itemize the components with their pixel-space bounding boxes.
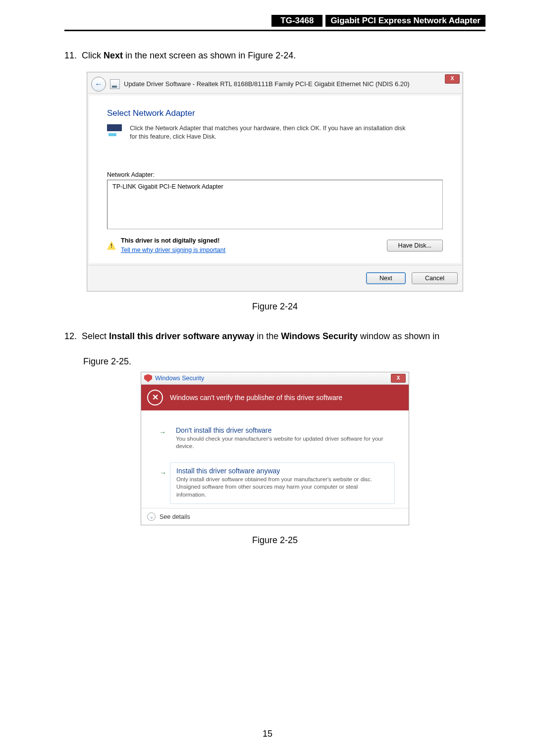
- page-number: 15: [0, 729, 535, 739]
- step-11-text-a: Click: [82, 50, 104, 60]
- error-icon: ✕: [147, 390, 163, 405]
- dialog-footer: Next Cancel: [87, 265, 463, 291]
- list-label: Network Adapter:: [107, 171, 443, 178]
- dialog-body: Select Network Adapter Click the Network…: [89, 96, 461, 263]
- dont-install-option[interactable]: → Don't install this driver software You…: [170, 422, 395, 459]
- installer-icon: [110, 79, 120, 89]
- dialog-title-text: Update Driver Software - Realtek RTL 816…: [124, 80, 410, 88]
- dialog-description: Click the Network Adapter that matches y…: [130, 124, 407, 142]
- list-item[interactable]: TP-LINK Gigabit PCI-E Network Adapter: [112, 183, 223, 190]
- step-11-text-c: in the next screen as shown in Figure 2-…: [123, 50, 296, 60]
- see-details-row[interactable]: ⌄ See details: [141, 508, 409, 525]
- security-title-text: Windows Security: [155, 375, 204, 382]
- warning-icon: [107, 241, 116, 250]
- close-button[interactable]: X: [445, 74, 460, 84]
- security-body: → Don't install this driver software You…: [141, 410, 409, 508]
- step-12-line2: Figure 2-25.: [83, 352, 485, 372]
- arrow-right-icon: →: [159, 428, 166, 436]
- product-title: Gigabit PCI Express Network Adapter: [325, 15, 485, 27]
- see-details-label: See details: [160, 513, 190, 520]
- figure-2-25-caption: Figure 2-25: [64, 535, 485, 546]
- windows-security-dialog: Windows Security X ✕ Windows can't verif…: [141, 372, 409, 526]
- dont-install-desc: You should check your manufacturer's web…: [176, 435, 389, 451]
- dialog-titlebar: ← Update Driver Software - Realtek RTL 8…: [87, 72, 463, 94]
- step-12-bold2: Windows Security: [281, 331, 358, 341]
- back-button[interactable]: ←: [91, 77, 106, 92]
- page-header: TG-3468Gigabit PCI Express Network Adapt…: [64, 15, 485, 31]
- warning-text: This driver is not digitally signed! Tel…: [121, 237, 225, 254]
- security-titlebar: Windows Security X: [141, 372, 409, 385]
- warning-bold: This driver is not digitally signed!: [121, 237, 225, 244]
- next-button[interactable]: Next: [366, 272, 406, 284]
- network-adapter-listbox[interactable]: TP-LINK Gigabit PCI-E Network Adapter: [107, 180, 443, 229]
- figure-2-24-caption: Figure 2-24: [64, 302, 485, 312]
- step-12: 12. Select Install this driver software …: [64, 327, 485, 347]
- install-anyway-option[interactable]: → Install this driver software anyway On…: [170, 462, 395, 504]
- model-badge: TG-3468: [271, 15, 322, 27]
- step-12-text-a: Select: [82, 331, 109, 341]
- chevron-down-icon: ⌄: [147, 512, 156, 521]
- step-11-bold: Next: [104, 50, 123, 60]
- arrow-left-icon: ←: [95, 80, 103, 89]
- arrow-right-icon: →: [160, 469, 166, 477]
- network-adapter-icon: [107, 124, 123, 136]
- dont-install-title: Don't install this driver software: [176, 426, 389, 434]
- step-12-number: 12.: [64, 331, 77, 341]
- warning-link[interactable]: Tell me why driver signing is important: [121, 247, 225, 253]
- step-11: 11. Click Next in the next screen as sho…: [64, 46, 485, 66]
- update-driver-dialog: X ← Update Driver Software - Realtek RTL…: [87, 72, 463, 292]
- install-anyway-title: Install this driver software anyway: [176, 467, 388, 475]
- security-banner: ✕ Windows can't verify the publisher of …: [141, 385, 409, 410]
- step-11-number: 11.: [64, 50, 77, 60]
- install-anyway-desc: Only install driver software obtained fr…: [176, 476, 388, 499]
- shield-icon: [144, 374, 152, 382]
- banner-text: Windows can't verify the publisher of th…: [170, 394, 342, 402]
- have-disk-button[interactable]: Have Disk...: [387, 240, 443, 252]
- step-12-text-c: in the: [254, 331, 281, 341]
- close-button[interactable]: X: [391, 374, 406, 383]
- step-12-text-e: window as shown in: [358, 331, 439, 341]
- cancel-button[interactable]: Cancel: [412, 272, 458, 284]
- dialog-heading: Select Network Adapter: [107, 108, 443, 118]
- step-12-bold1: Install this driver software anyway: [109, 331, 254, 341]
